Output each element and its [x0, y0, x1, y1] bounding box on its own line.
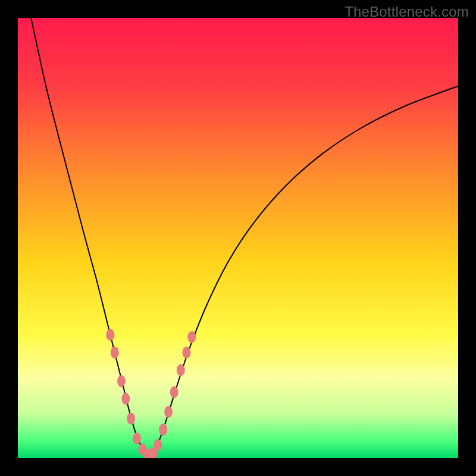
data-marker: [106, 329, 114, 341]
chart-svg: [18, 18, 458, 458]
data-marker: [159, 424, 167, 436]
data-marker: [133, 433, 141, 444]
data-marker: [111, 346, 119, 358]
data-marker: [187, 331, 196, 343]
data-marker: [170, 386, 178, 398]
plot-area: [18, 18, 458, 458]
data-marker: [117, 375, 126, 387]
data-marker: [121, 393, 130, 405]
chart-frame: TheBottleneck.com: [0, 0, 476, 476]
data-marker: [164, 406, 173, 418]
data-marker: [127, 412, 135, 424]
data-marker: [154, 439, 162, 451]
data-marker: [177, 364, 185, 376]
data-marker: [182, 346, 190, 358]
gradient-background: [18, 18, 458, 458]
